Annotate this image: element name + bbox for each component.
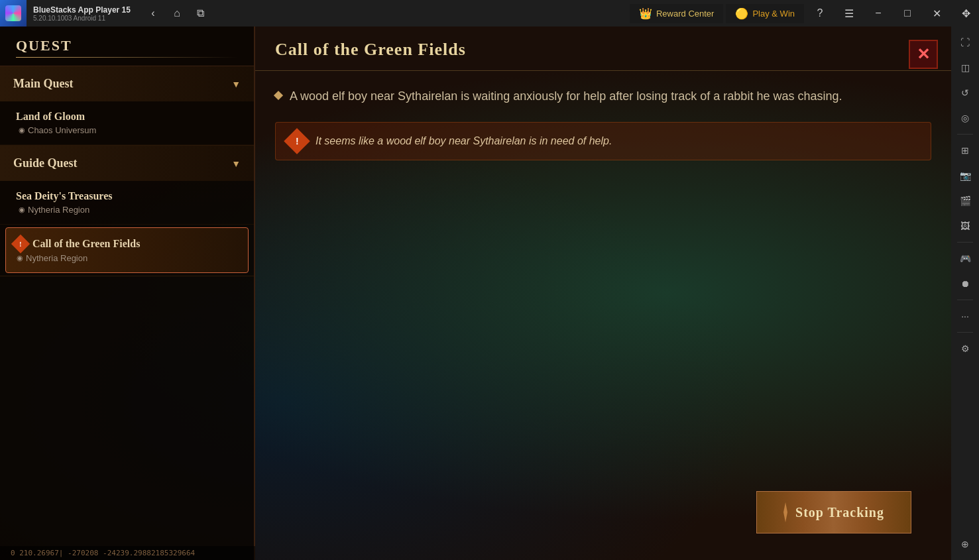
menu-button[interactable]: ☰ (836, 0, 862, 27)
reward-center-label: Reward Center (656, 9, 714, 19)
maximize-button[interactable]: □ (894, 0, 921, 27)
quest-item-sea-deity[interactable]: Sea Deity's Treasures ◉ Nytheria Region (0, 181, 254, 225)
game-area: Quest Main Quest ▼ Land of Gloom ◉ Chaos… (0, 27, 951, 560)
coordinates-text: 0 210.26967| -270208 -24239.298821853296… (11, 549, 195, 557)
record-btn[interactable]: 🎬 (953, 189, 977, 213)
play-win-button[interactable]: 🟡 Play & Win (726, 4, 804, 23)
quest-item-green-fields[interactable]: ! Call of the Green Fields ◉ Nytheria Re… (5, 227, 249, 273)
main-quest-title: Main Quest (13, 77, 74, 91)
quest-alert-box: ! It seems like a wood elf boy near Syth… (275, 122, 931, 160)
main-quest-arrow: ▼ (231, 79, 241, 89)
quest-detail-header: Call of the Green Fields (255, 27, 951, 71)
stop-tracking-label: Stop Tracking (795, 505, 884, 520)
main-quest-section: Main Quest ▼ Land of Gloom ◉ Chaos Unive… (0, 66, 254, 146)
sea-deity-name: Sea Deity's Treasures (16, 190, 241, 202)
app-name: BlueStacks App Player 15 (33, 5, 131, 15)
bottom-icon-btn[interactable]: ⊕ (953, 532, 977, 556)
home-button[interactable]: ⌂ (168, 4, 186, 23)
image-btn[interactable]: 🖼 (953, 214, 977, 238)
guide-quest-section: Guide Quest ▼ Sea Deity's Treasures ◉ Ny… (0, 146, 254, 276)
quest-detail-body: A wood elf boy near Sythairelan is waiti… (255, 71, 951, 176)
reward-center-button[interactable]: 👑 Reward Center (630, 4, 723, 23)
quest-detail-close-button[interactable]: ✕ (909, 40, 938, 69)
sea-deity-location: ◉ Nytheria Region (16, 205, 241, 215)
guide-quest-header[interactable]: Guide Quest ▼ (0, 146, 254, 181)
quest-description: A wood elf boy near Sythairelan is waiti… (275, 87, 931, 106)
crown-icon: 👑 (639, 7, 652, 20)
land-of-gloom-location: ◉ Chaos Universum (16, 125, 241, 135)
quest-detail-title: Call of the Green Fields (275, 40, 466, 60)
sidebar-divider-2 (957, 242, 973, 243)
grid-btn[interactable]: ⊞ (953, 139, 977, 162)
warning-diamond-icon: ! (11, 235, 30, 253)
play-win-label: Play & Win (752, 9, 795, 19)
close-x-icon: ✕ (917, 45, 930, 64)
coordinates-bar: 0 210.26967| -270208 -24239.298821853296… (0, 546, 255, 560)
alert-diamond-icon: ! (284, 128, 310, 154)
quest-description-text: A wood elf boy near Sythairelan is waiti… (290, 87, 842, 106)
logo-icon (5, 5, 21, 21)
close-button[interactable]: ✕ (923, 0, 950, 27)
guide-quest-title: Guide Quest (13, 156, 78, 170)
layers-btn[interactable]: ◫ (953, 56, 977, 80)
guide-quest-arrow: ▼ (231, 158, 241, 169)
sidebar-divider-3 (957, 300, 973, 300)
tabs-button[interactable]: ⧉ (192, 4, 210, 23)
title-bar: BlueStacks App Player 15 5.20.10.1003 An… (0, 0, 979, 27)
location-icon-3: ◉ (17, 254, 23, 262)
bullet-diamond-icon (274, 91, 283, 100)
app-version: 5.20.10.1003 Android 11 (33, 15, 131, 22)
quest-header: Quest (0, 27, 254, 66)
macro-btn[interactable]: ⏺ (953, 272, 977, 296)
target-btn[interactable]: ◎ (953, 106, 977, 130)
app-info: BlueStacks App Player 15 5.20.10.1003 An… (27, 5, 137, 22)
quest-list: Main Quest ▼ Land of Gloom ◉ Chaos Unive… (0, 66, 254, 276)
green-fields-location: ◉ Nytheria Region (14, 253, 240, 263)
quest-item-land-of-gloom[interactable]: Land of Gloom ◉ Chaos Universum (0, 101, 254, 145)
coin-icon: 🟡 (735, 7, 748, 20)
green-fields-name: ! Call of the Green Fields (14, 237, 240, 251)
sidebar-divider-1 (957, 134, 973, 135)
fullscreen-button[interactable]: ✥ (952, 0, 979, 27)
app-logo (0, 0, 27, 27)
location-icon-2: ◉ (19, 205, 25, 214)
gamepad-btn[interactable]: 🎮 (953, 247, 977, 270)
land-of-gloom-name: Land of Gloom (16, 111, 241, 123)
right-sidebar: ⛶ ◫ ↺ ◎ ⊞ 📷 🎬 🖼 🎮 ⏺ ··· ⚙ ⊕ (951, 27, 979, 560)
expand-sidebar-btn[interactable]: ⛶ (953, 30, 977, 54)
nav-controls: ‹ ⌂ ⧉ (137, 4, 217, 23)
sidebar-divider-4 (957, 332, 973, 333)
location-icon-1: ◉ (19, 126, 25, 135)
help-button[interactable]: ? (807, 0, 833, 27)
alert-diamond-container: ! (288, 132, 306, 150)
quest-panel-title: Quest (16, 37, 238, 54)
titlebar-actions: 👑 Reward Center 🟡 Play & Win ? ☰ − □ ✕ ✥ (630, 0, 979, 27)
back-button[interactable]: ‹ (144, 4, 162, 23)
refresh-btn[interactable]: ↺ (953, 81, 977, 105)
more-btn[interactable]: ··· (953, 304, 977, 328)
minimize-button[interactable]: − (865, 0, 892, 27)
quest-title-decoration (16, 57, 238, 58)
stop-tracking-button[interactable]: Stop Tracking (756, 491, 911, 533)
main-quest-header[interactable]: Main Quest ▼ (0, 66, 254, 101)
settings-btn[interactable]: ⚙ (953, 337, 977, 361)
quest-alert-text: It seems like a wood elf boy near Sythai… (316, 135, 612, 147)
screenshot-btn[interactable]: 📷 (953, 164, 977, 188)
quest-detail-panel: Call of the Green Fields ✕ A wood elf bo… (255, 27, 951, 560)
quest-panel: Quest Main Quest ▼ Land of Gloom ◉ Chaos… (0, 27, 255, 560)
